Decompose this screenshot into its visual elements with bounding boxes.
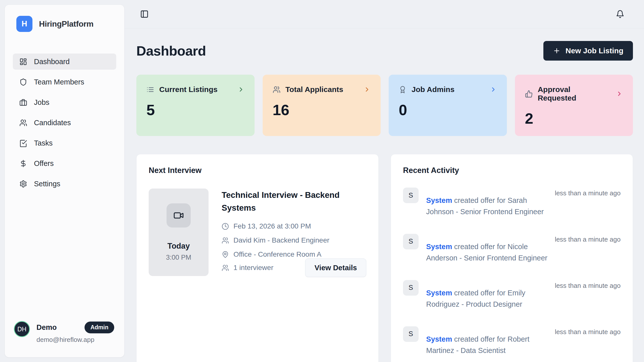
video-icon-tile <box>167 203 191 228</box>
sidebar-item-label: Candidates <box>34 119 71 127</box>
activity-avatar: S <box>403 326 419 342</box>
page-title: Dashboard <box>136 43 206 59</box>
interviewer-count-row: 1 interviewer <box>222 264 273 272</box>
shield-icon <box>19 78 27 86</box>
sidebar-item-candidates[interactable]: Candidates <box>13 115 116 131</box>
role-badge: Admin <box>85 322 114 333</box>
stat-card-job-admins[interactable]: Job Admins 0 <box>389 75 507 136</box>
interview-location: Office - Conference Room A <box>233 250 321 258</box>
interview-location-row: Office - Conference Room A <box>222 250 366 258</box>
stat-label: Total Applicants <box>286 85 343 94</box>
interview-title: Technical Interview - Backend Systems <box>222 189 354 214</box>
stat-value: 0 <box>399 101 497 119</box>
interview-time: 3:00 PM <box>166 254 191 261</box>
users-icon <box>222 264 229 272</box>
stat-value: 2 <box>525 110 623 127</box>
activity-item: S System created offer for Emily Rodrigu… <box>403 280 621 317</box>
users-icon <box>273 86 280 94</box>
briefcase-icon <box>19 99 27 106</box>
thumbs-up-icon <box>525 90 533 98</box>
activity-item: S System created offer for Robert Martin… <box>403 326 621 362</box>
interview-date-block: Today 3:00 PM <box>149 189 209 276</box>
stat-label: Job Admins <box>412 85 455 94</box>
stat-value: 5 <box>146 101 245 119</box>
activity-text: System created offer for Nicole Anderson… <box>426 241 550 264</box>
activity-timestamp: less than a minute ago <box>550 234 621 245</box>
chevron-right-icon <box>364 86 371 93</box>
chevron-right-icon <box>490 86 497 93</box>
gear-icon <box>19 180 27 188</box>
next-interview-heading: Next Interview <box>149 166 366 175</box>
users-icon <box>19 119 27 127</box>
chevron-right-icon <box>616 90 623 97</box>
plus-icon <box>553 47 560 55</box>
activity-timestamp: less than a minute ago <box>550 326 621 338</box>
view-details-button[interactable]: View Details <box>305 258 366 277</box>
activity-actor-link[interactable]: System <box>426 243 452 251</box>
stat-label: Current Listings <box>159 85 218 94</box>
sidebar-item-team-members[interactable]: Team Members <box>13 74 116 90</box>
app-brand: H HiringPlatform <box>5 5 124 32</box>
activity-avatar: S <box>403 188 419 203</box>
user-email: demo@hireflow.app <box>36 336 114 344</box>
notifications-button[interactable] <box>616 10 624 18</box>
next-interview-card: Next Interview Today 3:00 PM Technical I… <box>136 154 379 362</box>
sidebar-item-label: Team Members <box>34 78 84 86</box>
interview-datetime-row: Feb 13, 2026 at 3:00 PM <box>222 222 366 230</box>
sidebar-item-label: Jobs <box>34 98 49 107</box>
activity-actor-link[interactable]: System <box>426 335 452 343</box>
activity-timestamp: less than a minute ago <box>550 188 621 199</box>
app-logo: H <box>16 16 32 32</box>
activity-text: System created offer for Robert Martinez… <box>426 334 550 356</box>
interviewer-count: 1 interviewer <box>233 264 273 272</box>
chevron-right-icon <box>237 86 245 93</box>
new-job-listing-label: New Job Listing <box>566 47 623 55</box>
activity-actor-link[interactable]: System <box>426 289 452 297</box>
sidebar-item-label: Settings <box>34 180 60 188</box>
interview-person: David Kim - Backend Engineer <box>233 236 329 244</box>
interview-datetime: Feb 13, 2026 at 3:00 PM <box>233 222 311 230</box>
sidebar-nav: Dashboard Team Members Jobs Candidates T… <box>5 54 124 192</box>
user-meta: Demo Admin demo@hireflow.app <box>36 321 114 344</box>
award-icon <box>399 86 407 94</box>
activity-item: S System created offer for Sarah Johnson… <box>403 188 621 225</box>
sidebar-user[interactable]: DH Demo Admin demo@hireflow.app <box>5 321 124 357</box>
recent-activity-heading: Recent Activity <box>403 166 621 175</box>
stat-card-approval-requested[interactable]: Approval Requested 2 <box>515 75 633 136</box>
sidebar-item-settings[interactable]: Settings <box>13 176 116 192</box>
list-icon <box>146 86 154 94</box>
activity-actor-link[interactable]: System <box>426 196 452 204</box>
check-square-icon <box>19 139 27 147</box>
map-pin-icon <box>222 251 229 258</box>
sidebar-item-label: Tasks <box>34 139 53 147</box>
dashboard-icon <box>19 58 27 66</box>
sidebar-item-tasks[interactable]: Tasks <box>13 135 116 151</box>
new-job-listing-button[interactable]: New Job Listing <box>543 41 633 61</box>
activity-list: S System created offer for Sarah Johnson… <box>403 188 621 362</box>
stat-value: 16 <box>273 101 371 119</box>
activity-item: S System created offer for Nicole Anders… <box>403 234 621 271</box>
sidebar-item-label: Offers <box>34 159 54 168</box>
users-icon <box>222 237 229 244</box>
stat-card-current-listings[interactable]: Current Listings 5 <box>136 75 255 136</box>
sidebar: H HiringPlatform Dashboard Team Members … <box>5 5 125 357</box>
sidebar-item-label: Dashboard <box>34 58 70 66</box>
sidebar-item-offers[interactable]: Offers <box>13 155 116 171</box>
topbar <box>125 0 644 28</box>
stat-label: Approval Requested <box>538 85 611 102</box>
app-name: HiringPlatform <box>39 19 94 29</box>
content: Dashboard New Job Listing Current Listin… <box>125 28 644 362</box>
sidebar-toggle-button[interactable] <box>140 10 149 18</box>
activity-avatar: S <box>403 234 419 249</box>
main-area: Dashboard New Job Listing Current Listin… <box>125 0 644 362</box>
recent-activity-card: Recent Activity S System created offer f… <box>391 154 633 362</box>
clock-icon <box>222 223 229 230</box>
stat-card-total-applicants[interactable]: Total Applicants 16 <box>263 75 381 136</box>
interview-person-row: David Kim - Backend Engineer <box>222 236 366 244</box>
sidebar-item-jobs[interactable]: Jobs <box>13 94 116 110</box>
dollar-icon <box>19 160 27 167</box>
video-camera-icon <box>173 210 184 221</box>
stat-cards: Current Listings 5 Total Applicants 16 J… <box>136 75 633 136</box>
activity-text: System created offer for Sarah Johnson -… <box>426 195 550 217</box>
sidebar-item-dashboard[interactable]: Dashboard <box>13 54 116 70</box>
